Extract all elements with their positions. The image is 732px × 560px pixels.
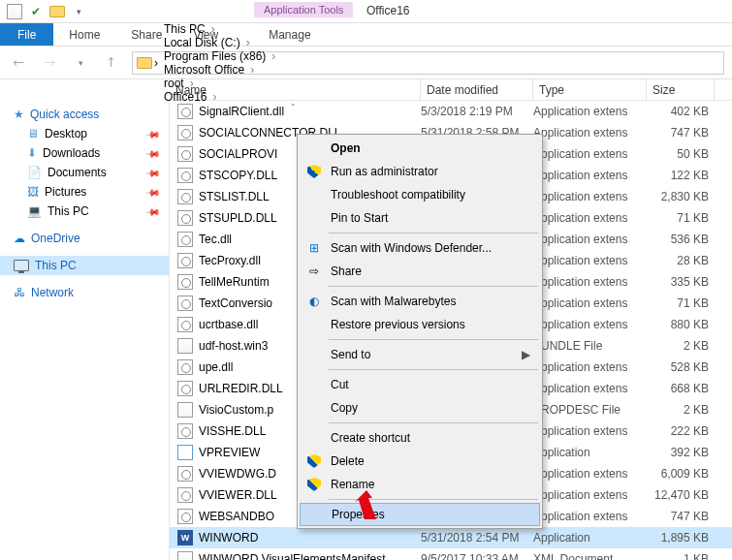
sidebar-quick-access[interactable]: ★ Quick access — [0, 105, 169, 124]
breadcrumb-item[interactable]: Microsoft Office› — [160, 63, 279, 77]
word-icon: W — [177, 530, 193, 545]
chevron-right-icon[interactable]: › — [211, 22, 215, 36]
sort-up-icon: ˄ — [291, 103, 296, 112]
sidebar-item[interactable]: ⬇Downloads📌 — [0, 143, 169, 163]
nav-recent-icon[interactable]: ▾ — [70, 52, 91, 74]
file-size: 747 KB — [647, 126, 715, 140]
breadcrumb-item[interactable]: This PC› — [160, 22, 279, 36]
cm-troubleshoot[interactable]: Troubleshoot compatibility — [300, 183, 540, 206]
file-size: 747 KB — [647, 510, 715, 523]
quick-access-toolbar: ✔ ▾ Application Tools Office16 — [0, 0, 732, 23]
dll-icon — [177, 381, 193, 396]
file-date: 9/5/2017 10:33 AM — [421, 552, 533, 560]
file-date: 5/3/2018 2:19 PM — [421, 105, 533, 118]
file-name: TellMeRuntim — [199, 275, 270, 289]
sidebar-this-pc[interactable]: This PC — [0, 256, 169, 275]
cloud-icon: ☁ — [14, 232, 25, 245]
file-row[interactable]: WINWORD.VisualElementsManifest9/5/2017 1… — [170, 548, 732, 560]
chevron-right-icon[interactable]: › — [271, 49, 275, 63]
pin-icon: 📌 — [145, 203, 161, 219]
nav-up-icon[interactable]: 🡑 — [101, 52, 122, 74]
file-size: 222 KB — [647, 424, 715, 438]
pin-icon: 📌 — [145, 184, 161, 200]
file-type: Application extens — [533, 147, 647, 161]
file-size: 28 KB — [647, 254, 715, 267]
chevron-right-icon[interactable]: › — [250, 63, 254, 77]
file-row[interactable]: SignalRClient.dll5/3/2018 2:19 PMApplica… — [170, 101, 732, 122]
cm-share[interactable]: ⇨Share — [300, 260, 540, 283]
file-icon — [177, 551, 193, 560]
windows-defender-icon: ⊞ — [305, 239, 323, 257]
col-size[interactable]: Size — [647, 79, 715, 100]
file-type: Application — [533, 531, 647, 544]
file-name: udf-host.win3 — [199, 339, 268, 353]
dll-icon — [177, 146, 193, 162]
sidebar-item[interactable]: 📄Documents📌 — [0, 163, 169, 182]
col-date[interactable]: Date modified — [421, 79, 533, 100]
cm-pin-start[interactable]: Pin to Start — [300, 206, 540, 230]
pin-icon: 📌 — [145, 165, 161, 180]
file-name: TextConversio — [199, 296, 272, 310]
dll-icon — [177, 466, 193, 482]
file-size: 2,830 KB — [647, 190, 715, 203]
folder-icon — [137, 57, 152, 69]
cm-properties[interactable]: Properties — [300, 503, 540, 526]
qat-checkbox-icon[interactable]: ✔ — [25, 2, 47, 21]
file-size: 536 KB — [647, 233, 715, 246]
cm-restore[interactable]: Restore previous versions — [300, 313, 540, 336]
cm-send-to[interactable]: Send to▶ — [300, 343, 540, 366]
file-row[interactable]: WWINWORD5/31/2018 2:54 PMApplication1,89… — [170, 527, 732, 548]
cm-defender[interactable]: ⊞Scan with Windows Defender... — [300, 236, 540, 260]
cm-rename[interactable]: Rename — [300, 473, 540, 496]
qat-dropdown-icon[interactable]: ▾ — [68, 2, 89, 21]
nav-forward-icon[interactable]: 🡒 — [39, 52, 60, 74]
cm-delete[interactable]: Delete — [300, 450, 540, 473]
file-type: Application extens — [533, 275, 647, 289]
file-size: 402 KB — [647, 105, 715, 118]
qat-newfolder-icon[interactable] — [47, 2, 68, 21]
file-name: VisioCustom.p — [199, 403, 273, 417]
cm-run-as-admin[interactable]: Run as administrator — [300, 160, 540, 183]
shield-icon — [305, 452, 323, 470]
cm-create-shortcut[interactable]: Create shortcut — [300, 426, 540, 450]
file-name: VISSHE.DLL — [199, 424, 266, 438]
nav-back-icon[interactable]: 🡐 — [8, 52, 29, 74]
cm-open[interactable]: Open — [300, 137, 540, 160]
sidebar-item[interactable]: 🖥Desktop📌 — [0, 124, 169, 143]
file-size: 71 KB — [647, 211, 715, 225]
sidebar-item[interactable]: 💻This PC📌 — [0, 202, 169, 221]
col-name[interactable]: Name˄ — [170, 79, 421, 100]
address-bar[interactable]: › This PC›Local Disk (C:)›Program Files … — [132, 51, 724, 75]
item-icon: ⬇ — [27, 146, 37, 160]
sidebar-item[interactable]: 🖼Pictures📌 — [0, 182, 169, 202]
chevron-right-icon[interactable]: › — [246, 36, 250, 49]
file-type: Application extens — [533, 318, 647, 331]
chevron-right-icon[interactable]: › — [154, 56, 158, 70]
file-type: Application extens — [533, 190, 647, 203]
file-name: upe.dll — [199, 360, 233, 374]
sidebar-network[interactable]: 🖧 Network — [0, 283, 169, 302]
network-icon: 🖧 — [14, 286, 25, 299]
malwarebytes-icon: ◐ — [305, 293, 323, 310]
dll-icon — [177, 423, 193, 439]
column-headers: Name˄ Date modified Type Size — [170, 79, 732, 101]
cm-malwarebytes[interactable]: ◐Scan with Malwarebytes — [300, 290, 540, 313]
dll-icon — [177, 210, 193, 226]
file-size: 50 KB — [647, 147, 715, 161]
tab-home[interactable]: Home — [53, 23, 115, 46]
breadcrumb-item[interactable]: Local Disk (C:)› — [160, 36, 279, 49]
chevron-right-icon: ▶ — [522, 348, 530, 361]
file-name: STSLIST.DLL — [199, 190, 270, 203]
tab-file[interactable]: File — [0, 23, 53, 46]
file-type: Application extens — [533, 105, 647, 118]
ribbon-tabs: File Home Share View Manage — [0, 23, 732, 47]
sidebar-onedrive[interactable]: ☁ OneDrive — [0, 229, 169, 248]
dll-icon — [177, 487, 193, 503]
qat-properties-icon[interactable] — [4, 2, 25, 21]
file-type: BUNDLE File — [533, 339, 647, 353]
cm-cut[interactable]: Cut — [300, 373, 540, 396]
breadcrumb-item[interactable]: Program Files (x86)› — [160, 49, 279, 63]
col-type[interactable]: Type — [533, 79, 647, 100]
file-name: WINWORD.VisualElementsManifest — [199, 552, 386, 560]
cm-copy[interactable]: Copy — [300, 396, 540, 420]
